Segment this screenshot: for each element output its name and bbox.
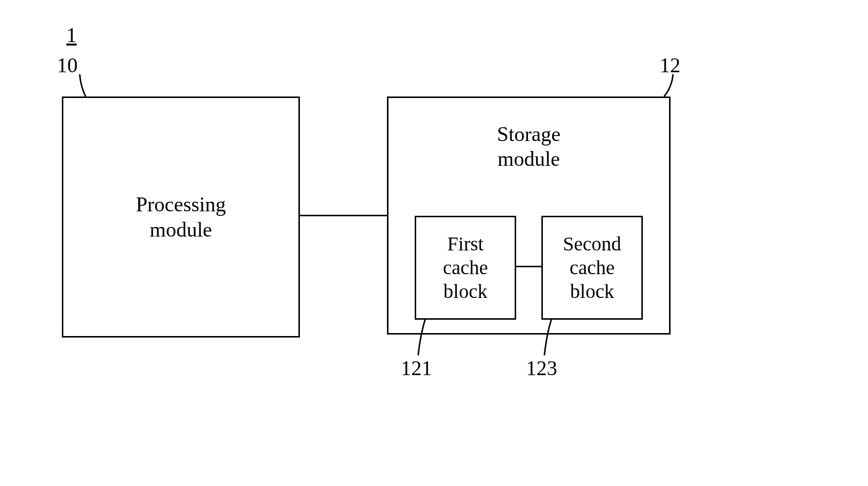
storage-ref-label: 12 — [660, 53, 680, 77]
processing-module-box: Processing module — [62, 97, 300, 338]
second-cache-ref-label: 123 — [526, 356, 557, 380]
system-label: 1 — [66, 23, 77, 47]
storage-module-text: Storage module — [497, 122, 560, 172]
first-cache-text: First cache block — [443, 232, 488, 303]
connector-processing-storage — [298, 215, 387, 216]
lead-line-12 — [658, 74, 678, 99]
processing-module-text: Processing module — [136, 192, 226, 242]
first-cache-ref-label: 121 — [401, 356, 432, 380]
lead-line-10 — [77, 74, 92, 99]
second-cache-box: Second cache block — [541, 216, 643, 320]
second-cache-text: Second cache block — [563, 232, 622, 303]
lead-line-123 — [542, 318, 557, 358]
processing-ref-label: 10 — [57, 53, 78, 77]
first-cache-box: First cache block — [415, 216, 516, 320]
connector-cache-blocks — [515, 266, 541, 267]
lead-line-121 — [416, 318, 431, 358]
